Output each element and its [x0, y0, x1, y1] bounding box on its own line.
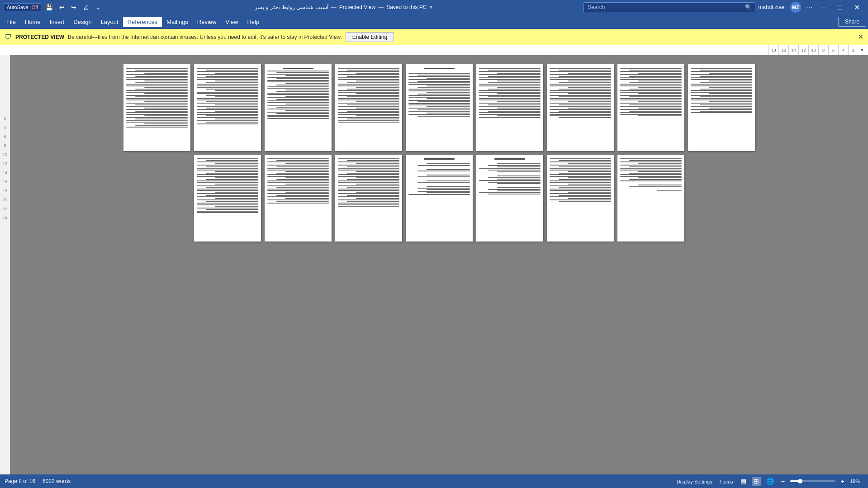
zoom-in-button[interactable]: + — [839, 477, 846, 486]
page-content-12 — [335, 155, 402, 242]
page-grid — [123, 64, 755, 242]
doc-page-12[interactable] — [335, 155, 402, 242]
doc-page-6[interactable] — [476, 64, 543, 151]
page-content-15 — [547, 155, 614, 242]
ruler-6: 6 — [828, 45, 838, 55]
zoom-thumb — [798, 479, 802, 483]
autosave-state: Off — [32, 5, 38, 10]
shield-icon: 🛡 — [5, 33, 12, 41]
page-content-1 — [123, 64, 190, 151]
multiple-pages-view[interactable]: ⊞ — [752, 477, 761, 486]
doc-page-5[interactable] — [406, 64, 473, 151]
doc-page-15[interactable] — [547, 155, 614, 242]
menu-review[interactable]: Review — [193, 17, 221, 27]
status-bar: Page 8 of 16 6022 words Display Settings… — [0, 474, 868, 488]
save-button[interactable]: 💾 — [43, 3, 55, 12]
left-num-14: 14 — [3, 168, 7, 177]
print-button[interactable]: 🖨 — [81, 3, 91, 12]
search-wrap: 🔍 — [583, 2, 755, 12]
zoom-fill — [790, 480, 799, 482]
doc-page-4[interactable] — [335, 64, 402, 151]
ruler-collapse[interactable]: ▼ — [860, 47, 864, 52]
title-bar-right: 🔍 mahdi ziaei MZ ⋯ − □ ✕ — [583, 2, 864, 13]
ruler-4: 4 — [838, 45, 848, 55]
doc-page-16[interactable] — [617, 155, 684, 242]
menu-file[interactable]: File — [2, 17, 20, 27]
left-num-24: 24 — [3, 213, 7, 223]
page-content-10 — [194, 155, 261, 242]
print-layout-view[interactable]: ▤ — [739, 477, 748, 486]
page-content-9 — [688, 64, 755, 151]
menu-view[interactable]: View — [221, 17, 242, 27]
page-content-6 — [476, 64, 543, 151]
search-input[interactable] — [583, 2, 755, 12]
ruler-marks: 18 16 14 12 10 8 6 4 2 — [768, 45, 858, 55]
user-avatar[interactable]: MZ — [790, 2, 801, 13]
web-layout-view[interactable]: 🌐 — [764, 477, 776, 486]
left-num-18: 18 — [3, 186, 7, 195]
left-num-4: 4 — [4, 123, 6, 132]
doc-page-8[interactable] — [617, 64, 684, 151]
save-state: Saved to this PC — [386, 4, 427, 10]
ruler-10: 10 — [808, 45, 818, 55]
close-button[interactable]: ✕ — [849, 2, 864, 13]
protected-view-close[interactable]: ✕ — [858, 33, 863, 41]
doc-page-7[interactable] — [547, 64, 614, 151]
page-content-14 — [476, 155, 543, 242]
menu-insert[interactable]: Insert — [45, 17, 69, 27]
share-button[interactable]: Share — [838, 17, 866, 27]
enable-editing-button[interactable]: Enable Editing — [346, 32, 394, 42]
menu-layout[interactable]: Layout — [96, 17, 123, 27]
redo-button[interactable]: ↪ — [69, 3, 79, 12]
title-bar-left: AutoSave Off 💾 ↩ ↪ 🖨 ⌄ — [4, 3, 103, 12]
protected-view-bar: 🛡 PROTECTED VIEW Be careful—files from t… — [0, 29, 868, 45]
doc-page-13[interactable] — [406, 155, 473, 242]
doc-page-9[interactable] — [688, 64, 755, 151]
display-settings-button[interactable]: Display Settings — [675, 477, 714, 486]
page-row-2 — [194, 155, 684, 242]
zoom-out-button[interactable]: − — [779, 477, 787, 486]
doc-title: آسیب شناسی روابط دختر و پسر — [255, 4, 328, 10]
menu-home[interactable]: Home — [20, 17, 45, 27]
autosave-label: AutoSave — [7, 5, 28, 10]
ruler-12: 12 — [798, 45, 808, 55]
maximize-button[interactable]: □ — [833, 2, 847, 12]
menu-bar: File Home Insert Design Layout Reference… — [0, 14, 868, 29]
document-area — [10, 55, 868, 474]
menu-references[interactable]: References — [123, 17, 162, 27]
zoom-slider[interactable] — [790, 480, 835, 482]
ruler: 18 16 14 12 10 8 6 4 2 ▼ — [0, 45, 868, 55]
page-content-16 — [617, 155, 684, 242]
doc-page-11[interactable] — [265, 155, 332, 242]
display-settings-label: Display Settings — [677, 479, 712, 484]
left-num-6: 6 — [4, 132, 6, 141]
page-content-4 — [335, 64, 402, 151]
zoom-level: 19% — [850, 479, 863, 484]
menu-design[interactable]: Design — [69, 17, 96, 27]
page-info: Page 8 of 16 — [5, 478, 35, 484]
menu-help[interactable]: Help — [242, 17, 264, 27]
focus-button[interactable]: Focus — [718, 477, 735, 486]
page-content-3 — [265, 64, 332, 151]
protected-view-title: PROTECTED VIEW — [15, 34, 64, 40]
doc-page-10[interactable] — [194, 155, 261, 242]
page-row-1 — [123, 64, 755, 151]
customize-button[interactable]: ⌄ — [93, 3, 103, 12]
ruler-8: 8 — [818, 45, 828, 55]
ribbon-toggle[interactable]: ⋯ — [804, 3, 815, 12]
ruler-18: 18 — [768, 45, 778, 55]
doc-page-1[interactable] — [123, 64, 190, 151]
page-content-8 — [617, 64, 684, 151]
ruler-2: 2 — [848, 45, 858, 55]
minimize-button[interactable]: − — [817, 2, 830, 12]
doc-page-3[interactable] — [265, 64, 332, 151]
user-initials: MZ — [792, 5, 799, 10]
doc-page-14[interactable] — [476, 155, 543, 242]
undo-button[interactable]: ↩ — [57, 3, 67, 12]
left-num-8: 8 — [4, 141, 6, 150]
title-bar-center: آسیب شناسی روابط دختر و پسر — Protected … — [255, 4, 432, 10]
autosave-button[interactable]: AutoSave Off — [4, 3, 41, 11]
menu-mailings[interactable]: Mailings — [162, 17, 193, 27]
doc-page-2[interactable] — [194, 64, 261, 151]
page-content-11 — [265, 155, 332, 242]
